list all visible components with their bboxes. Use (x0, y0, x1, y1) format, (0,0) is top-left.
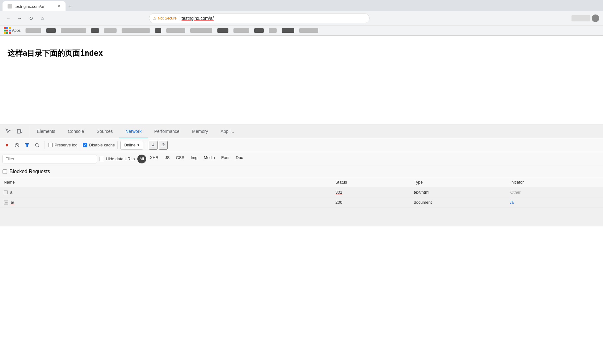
bookmark-10[interactable] (217, 28, 228, 33)
table-empty-row (0, 208, 603, 226)
online-label: Online (124, 143, 136, 147)
reload-button[interactable]: ↻ (26, 14, 35, 23)
table-row[interactable]: a/ 200 document /a (0, 197, 603, 208)
apps-bookmark[interactable]: Apps (4, 27, 20, 34)
request-name-2[interactable]: a/ (11, 200, 14, 205)
disable-cache-label: Disable cache (89, 143, 115, 147)
bookmark-2[interactable] (46, 28, 56, 33)
inspect-element-icon[interactable] (4, 127, 13, 136)
filter-btn-all[interactable]: All (137, 155, 146, 163)
preserve-log-checkbox[interactable] (48, 143, 53, 147)
tab-memory[interactable]: Memory (186, 125, 215, 138)
tab-bar: testnginx.com/a/ ✕ + (0, 0, 603, 11)
hide-data-urls-wrap: Hide data URLs (100, 156, 135, 161)
filter-btn-doc[interactable]: Doc (233, 155, 245, 163)
type-value-1: text/html (414, 190, 429, 195)
clear-button[interactable] (13, 141, 21, 150)
table-row[interactable]: a 301 text/html Other (0, 187, 603, 197)
page-heading: 这样a目录下面的页面index (8, 48, 595, 58)
home-button[interactable]: ⌂ (38, 14, 47, 23)
svg-rect-1 (21, 130, 22, 133)
initiator-link-2[interactable]: /a (510, 200, 514, 205)
address-text[interactable]: testnginx.com/a/ (181, 16, 365, 21)
row-checkbox-1[interactable] (4, 191, 8, 194)
column-initiator[interactable]: Initiator (507, 177, 603, 187)
bookmark-6[interactable] (122, 28, 150, 33)
filter-btn-media[interactable]: Media (201, 155, 217, 163)
blocked-requests-checkbox[interactable] (3, 169, 7, 174)
tab-performance[interactable]: Performance (148, 125, 186, 138)
address-input-wrap[interactable]: ⚠ Not Secure | testnginx.com/a/ (149, 13, 370, 23)
tab-close-icon[interactable]: ✕ (57, 4, 60, 9)
column-type[interactable]: Type (410, 177, 507, 187)
blocked-requests-bar: Blocked Requests (0, 166, 603, 177)
toolbar-separator-3 (118, 141, 118, 149)
bookmark-12[interactable] (254, 28, 264, 33)
search-button[interactable] (33, 141, 42, 150)
filter-type-buttons: All XHR JS CSS Img Media Font Doc (137, 155, 246, 163)
record-button[interactable]: ● (3, 141, 11, 150)
empty-cell-4 (507, 208, 603, 226)
profile-avatar[interactable] (592, 14, 599, 22)
tab-elements[interactable]: Elements (31, 125, 61, 138)
tab-application[interactable]: Appli... (214, 125, 240, 138)
new-tab-btn[interactable]: + (66, 3, 74, 11)
network-table: Name Status Type Initiator a (0, 177, 603, 226)
devtools-icon-group (4, 124, 29, 138)
back-button[interactable]: ← (4, 14, 13, 23)
toolbar-separator-2 (80, 141, 80, 149)
empty-cell-3 (410, 208, 507, 226)
throttling-select[interactable]: Online ▼ (120, 141, 143, 150)
tab-network[interactable]: Network (119, 125, 148, 138)
filter-btn-font[interactable]: Font (219, 155, 232, 163)
hide-data-urls-label: Hide data URLs (106, 156, 135, 161)
tab-sources[interactable]: Sources (90, 125, 119, 138)
tab-title: testnginx.com/a/ (14, 4, 44, 9)
cell-initiator-2: /a (507, 197, 603, 208)
filter-btn-xhr[interactable]: XHR (147, 155, 161, 163)
bookmark-4[interactable] (91, 28, 99, 33)
filter-input[interactable] (3, 155, 97, 163)
row-file-icon-2 (4, 200, 8, 205)
bookmark-7[interactable] (155, 28, 161, 33)
forward-button[interactable]: → (15, 14, 24, 23)
cell-name: a (0, 187, 332, 197)
disable-cache-wrap: ✓ Disable cache (83, 143, 115, 147)
bookmark-5[interactable] (104, 28, 117, 33)
active-tab[interactable]: testnginx.com/a/ ✕ (3, 1, 66, 11)
device-toolbar-icon[interactable] (15, 127, 24, 136)
cell-name-2: a/ (0, 197, 332, 208)
disable-cache-checkbox[interactable]: ✓ (83, 143, 87, 147)
column-name[interactable]: Name (0, 177, 332, 187)
filter-bar: Hide data URLs All XHR JS CSS Img Media … (0, 152, 603, 166)
page-content: 这样a目录下面的页面index (0, 36, 603, 124)
bookmark-3[interactable] (61, 28, 86, 33)
svg-point-5 (36, 143, 38, 146)
bookmark-13[interactable] (269, 28, 277, 33)
devtools-toolbar: ● Preserve log (0, 138, 603, 152)
filter-btn-css[interactable]: CSS (173, 155, 187, 163)
export-har-button[interactable] (159, 141, 168, 150)
filter-btn-img[interactable]: Img (188, 155, 200, 163)
address-bar: ← → ↻ ⌂ ⚠ Not Secure | testnginx.com/a/ (0, 11, 603, 25)
filter-btn-js[interactable]: JS (162, 155, 172, 163)
status-code-2: 200 (336, 200, 342, 205)
hide-data-urls-checkbox[interactable] (100, 157, 104, 161)
bookmarks-bar: Apps (0, 25, 603, 35)
tab-favicon (8, 4, 12, 9)
bookmark-15[interactable] (299, 28, 318, 33)
cell-status-1: 301 (332, 187, 410, 197)
svg-rect-0 (17, 129, 20, 133)
bookmark-11[interactable] (233, 28, 249, 33)
import-har-button[interactable] (149, 141, 158, 150)
bookmark-8[interactable] (166, 28, 185, 33)
tab-console[interactable]: Console (61, 125, 90, 138)
bookmark-9[interactable] (190, 28, 212, 33)
bookmark-1[interactable] (26, 28, 41, 33)
extension-area (571, 15, 590, 21)
bookmark-14[interactable] (282, 28, 294, 33)
filter-icon-button[interactable] (23, 141, 32, 150)
request-name-1[interactable]: a (10, 190, 12, 195)
browser-actions (571, 14, 599, 22)
column-status[interactable]: Status (332, 177, 410, 187)
